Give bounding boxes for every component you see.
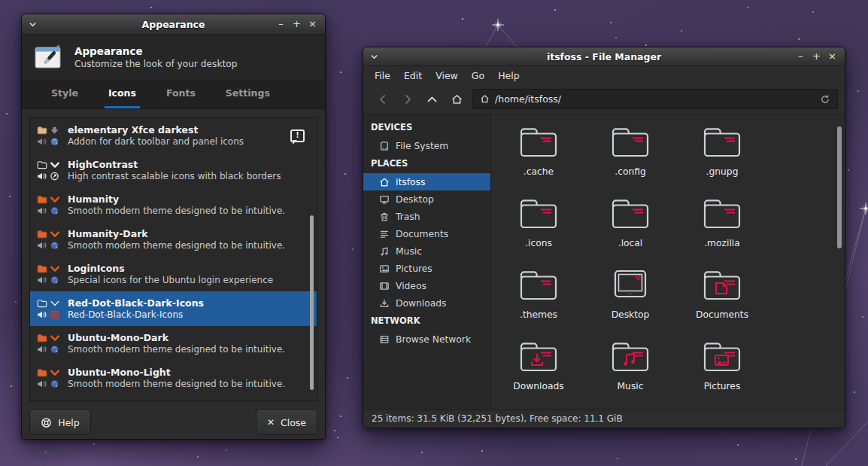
path-bar[interactable]: /home/itsfoss/: [472, 89, 838, 109]
sidebar-item-pictures[interactable]: Pictures: [363, 260, 490, 277]
file-name: Pictures: [704, 381, 741, 391]
menu-edit[interactable]: Edit: [397, 68, 429, 84]
file-name: .themes: [520, 309, 557, 320]
sidebar-item-music[interactable]: Music: [363, 242, 490, 260]
close-dialog-button[interactable]: ✕ Close: [256, 410, 317, 435]
sidebar-item-downloads[interactable]: Downloads: [363, 294, 490, 312]
theme-item-ubuntu-mono-dark[interactable]: Ubuntu-Mono-DarkSmooth modern theme desi…: [30, 326, 317, 361]
theme-item-elementary-xfce-darkest[interactable]: elementary Xfce darkestAddon for dark to…: [30, 118, 317, 153]
theme-description: Special icons for the Ubuntu login exper…: [68, 275, 273, 286]
up-button[interactable]: [420, 88, 445, 111]
sidebar-item-browse-network[interactable]: Browse Network: [363, 330, 490, 348]
trash-icon: [379, 212, 390, 222]
globe-icon: [49, 240, 60, 251]
videos-icon: [379, 281, 390, 291]
theme-description: Addon for dark toolbar and panel icons: [68, 136, 244, 148]
status-text: 25 items: 31.5 KiB (32,251 bytes), Free …: [372, 413, 623, 424]
home-button[interactable]: [445, 88, 469, 111]
maximize-button[interactable]: +: [811, 47, 822, 65]
forward-button[interactable]: [395, 88, 420, 111]
tab-fonts[interactable]: Fonts: [162, 87, 199, 108]
speaker-icon: [36, 344, 47, 355]
menu-go[interactable]: Go: [465, 68, 491, 84]
icon-theme-list: elementary Xfce darkestAddon for dark to…: [29, 117, 317, 401]
close-button[interactable]: ×: [307, 15, 318, 33]
maximize-button[interactable]: +: [291, 15, 302, 33]
menu-help[interactable]: Help: [491, 68, 527, 84]
path-text[interactable]: /home/itsfoss/: [495, 93, 561, 105]
sidebar-item-desktop[interactable]: Desktop: [363, 190, 490, 208]
file-item-mozilla[interactable]: .mozilla: [676, 190, 768, 262]
help-button[interactable]: Help: [29, 410, 91, 435]
sidebar-item-trash[interactable]: Trash: [363, 208, 490, 225]
file-item-pictures[interactable]: Pictures: [676, 334, 768, 405]
theme-item-humanity-dark[interactable]: Humanity-DarkSmooth modern theme designe…: [30, 222, 317, 257]
file-item-themes[interactable]: .themes: [493, 262, 584, 334]
theme-preview-icons: [36, 263, 60, 285]
documents-icon: [379, 229, 390, 239]
file-item-desktop[interactable]: Desktop: [584, 262, 676, 334]
reload-icon[interactable]: [820, 94, 830, 105]
theme-preview-icons: [36, 125, 60, 147]
theme-item-loginicons[interactable]: LoginIconsSpecial icons for the Ubuntu l…: [30, 257, 317, 291]
file-name: Downloads: [513, 381, 564, 391]
status-bar: 25 items: 31.5 KiB (32,251 bytes), Free …: [363, 410, 845, 428]
theme-description: High contrast scalable icons with black …: [68, 171, 281, 182]
sidebar-item-documents[interactable]: Documents: [363, 225, 490, 242]
file-item-downloads[interactable]: Downloads: [493, 334, 584, 405]
scrollbar-thumb[interactable]: [310, 215, 314, 390]
tab-style[interactable]: Style: [47, 87, 82, 108]
theme-item-humanity[interactable]: HumanitySmooth modern theme designed to …: [30, 187, 317, 222]
file-grid: .cache.config.gnupg.icons.local.mozilla.…: [493, 119, 768, 405]
back-button[interactable]: [370, 88, 395, 111]
file-item-cache[interactable]: .cache: [493, 119, 584, 190]
theme-list-scrollbar[interactable]: [309, 119, 315, 400]
help-icon: [41, 417, 52, 428]
speaker-icon: [36, 136, 47, 147]
appearance-header: Appearance Customize the look of your de…: [22, 35, 325, 81]
arrow-down-icon: [49, 125, 60, 136]
theme-text: Ubuntu-Mono-DarkSmooth modern theme desi…: [68, 332, 285, 355]
theme-name: Ubuntu-Mono-Light: [68, 367, 285, 379]
sidebar-item-file-system[interactable]: File System: [363, 137, 490, 154]
tab-icons[interactable]: Icons: [105, 87, 140, 108]
theme-item-red-dot-black-dark-icons[interactable]: Red-Dot-Black-Dark-IconsRed-Dot-Black-Da…: [30, 291, 317, 326]
help-button-label: Help: [58, 417, 80, 428]
file-item-gnupg[interactable]: .gnupg: [676, 119, 768, 190]
theme-name: HighContrast: [68, 159, 281, 171]
window-menu-icon[interactable]: [370, 53, 378, 60]
tab-settings[interactable]: Settings: [222, 87, 274, 108]
sidebar-item-videos[interactable]: Videos: [363, 277, 490, 294]
file-item-config[interactable]: .config: [584, 119, 676, 190]
folder-download-icon: [517, 339, 560, 378]
downloads-icon: [379, 298, 390, 309]
theme-description: Smooth modern theme designed to be intui…: [68, 206, 285, 217]
file-item-icons[interactable]: .icons: [493, 190, 584, 262]
toolbar: /home/itsfoss/: [363, 84, 845, 114]
file-item-local[interactable]: .local: [584, 190, 676, 262]
folder-icon: [700, 196, 744, 235]
menu-view[interactable]: View: [429, 68, 465, 84]
folder-icon: [36, 125, 47, 136]
file-name: .icons: [525, 238, 552, 248]
menu-file[interactable]: File: [368, 68, 397, 84]
file-item-documents[interactable]: Documents: [676, 262, 768, 334]
scrollbar-thumb[interactable]: [837, 126, 842, 248]
theme-item-highcontrast[interactable]: HighContrastHigh contrast scalable icons…: [30, 153, 317, 187]
theme-item-ubuntu-mono-light[interactable]: Ubuntu-Mono-LightSmooth modern theme des…: [30, 361, 317, 395]
chevron-down-icon: [49, 160, 60, 170]
theme-name: elementary Xfce darkest: [68, 124, 244, 136]
file-item-music[interactable]: Music: [584, 334, 676, 405]
appearance-titlebar[interactable]: Appearance – + ×: [22, 14, 325, 35]
minimize-button[interactable]: –: [795, 47, 806, 65]
speaker-icon: [36, 309, 47, 320]
sidebar-item-itsfoss[interactable]: itsfoss: [363, 173, 490, 190]
theme-preview-icons: [36, 298, 60, 320]
minimize-button[interactable]: –: [275, 15, 287, 33]
home-icon: [379, 177, 390, 187]
window-menu-icon[interactable]: [29, 21, 37, 28]
close-button[interactable]: ×: [827, 47, 838, 65]
file-manager-titlebar[interactable]: itsfoss - File Manager – + ×: [363, 47, 845, 66]
files-scrollbar[interactable]: [836, 117, 842, 407]
desktop-icon: [609, 267, 652, 306]
